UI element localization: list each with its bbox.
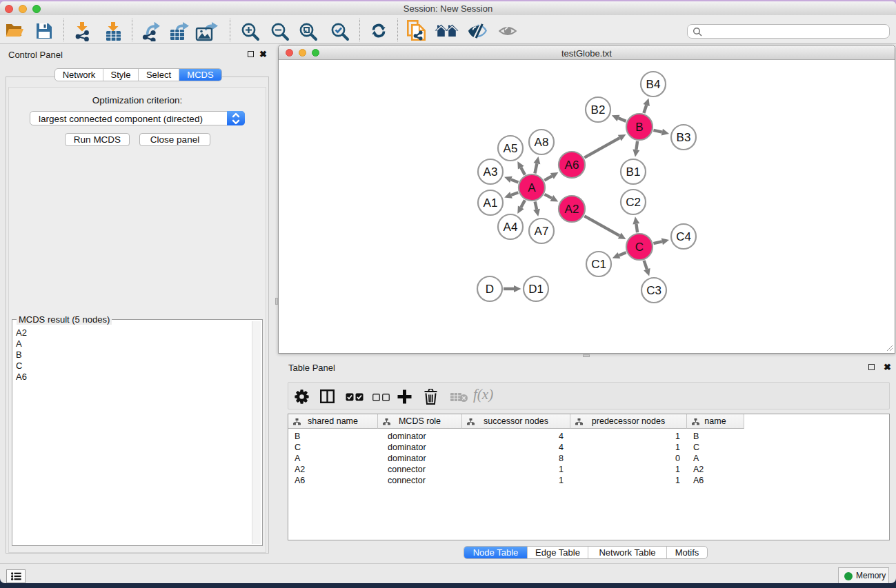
svg-text:A1: A1 [484, 196, 498, 210]
svg-text:A: A [528, 181, 536, 194]
svg-text:C: C [635, 241, 644, 254]
svg-text:A5: A5 [504, 142, 518, 155]
svg-text:C3: C3 [646, 284, 661, 297]
svg-text:B4: B4 [646, 78, 661, 91]
svg-text:D1: D1 [528, 283, 544, 296]
svg-text:A6: A6 [565, 159, 579, 172]
svg-text:C2: C2 [626, 196, 641, 209]
svg-text:B: B [635, 121, 643, 134]
svg-text:A4: A4 [504, 221, 518, 234]
svg-text:C4: C4 [676, 230, 691, 243]
svg-text:C1: C1 [591, 258, 606, 271]
svg-text:A8: A8 [535, 136, 549, 149]
svg-text:B3: B3 [677, 131, 691, 144]
svg-text:D: D [486, 283, 494, 296]
svg-text:A2: A2 [565, 203, 579, 216]
svg-text:A7: A7 [535, 225, 549, 238]
svg-text:A3: A3 [484, 165, 498, 179]
svg-text:B2: B2 [591, 103, 606, 116]
svg-text:B1: B1 [626, 165, 641, 179]
